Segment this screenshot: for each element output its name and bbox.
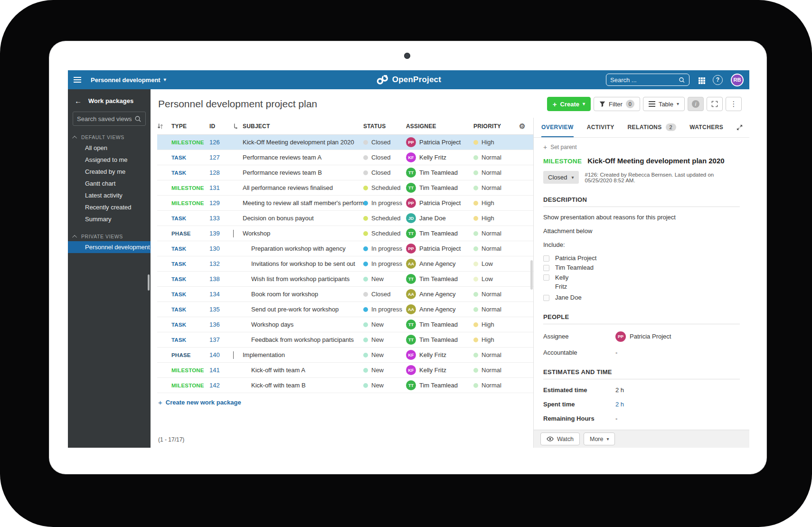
row-id[interactable]: 137 — [209, 336, 233, 343]
help-icon[interactable]: ? — [713, 75, 723, 85]
row-assignee[interactable]: PPPatricia Project — [406, 244, 473, 254]
fullscreen-button[interactable] — [707, 97, 723, 111]
watch-button[interactable]: Watch — [540, 433, 580, 445]
column-header-assignee[interactable]: ASSIGNEE — [406, 123, 473, 130]
row-type[interactable]: TASK — [171, 261, 209, 267]
row-id[interactable]: 136 — [209, 321, 233, 328]
table-row[interactable]: TASK127Performance reviews team AClosedK… — [157, 150, 533, 165]
row-type[interactable]: MILESTONE — [171, 200, 209, 206]
row-status[interactable]: New — [363, 367, 406, 374]
row-priority[interactable]: Normal — [473, 245, 519, 252]
sidebar-item[interactable]: Gantt chart — [68, 178, 151, 189]
row-assignee[interactable]: TTTim Teamlead — [406, 183, 473, 193]
row-priority[interactable]: High — [473, 336, 519, 343]
row-assignee[interactable]: TTTim Teamlead — [406, 274, 473, 284]
project-switcher[interactable]: Personnel development ▾ — [91, 76, 166, 84]
search-icon[interactable] — [134, 115, 142, 122]
sidebar-item[interactable]: All open — [68, 142, 151, 154]
global-search[interactable] — [606, 74, 689, 86]
app-grid-icon[interactable] — [699, 77, 700, 79]
table-row[interactable]: MILESTONE142Kick-off with team BNewTTTim… — [157, 378, 533, 393]
expand-diagonal-icon[interactable] — [736, 124, 743, 131]
row-subject[interactable]: Workshop — [243, 230, 363, 237]
row-priority[interactable]: High — [473, 321, 519, 328]
checkbox[interactable] — [543, 274, 549, 281]
row-status[interactable]: Scheduled — [363, 230, 406, 237]
saved-views-search-input[interactable] — [77, 115, 134, 122]
table-settings-gear-icon[interactable]: ⚙ — [519, 122, 533, 131]
table-row[interactable]: TASK134Book room for workshopClosedAAAnn… — [157, 287, 533, 302]
sidebar-item[interactable]: Summary — [68, 213, 151, 225]
row-id[interactable]: 130 — [209, 245, 233, 252]
table-row[interactable]: TASK137Feedback from workshop participan… — [157, 332, 533, 348]
row-assignee[interactable]: JDJane Doe — [406, 213, 473, 223]
sidebar-item[interactable]: Assigned to me — [68, 154, 151, 166]
table-row[interactable]: TASK130Preparation workshop with agencyI… — [157, 241, 533, 256]
row-priority[interactable]: Normal — [473, 184, 519, 191]
row-priority[interactable]: High — [473, 199, 519, 207]
more-button[interactable]: More ▾ — [584, 433, 615, 445]
row-subject[interactable]: Wish list from workshop participants — [243, 275, 363, 282]
row-type[interactable]: TASK — [171, 337, 209, 343]
table-row[interactable]: MILESTONE129Meeting to review all staff … — [157, 196, 533, 211]
column-header-id[interactable]: ID — [209, 123, 233, 130]
checkbox[interactable] — [543, 255, 549, 262]
row-id[interactable]: 129 — [209, 199, 233, 207]
row-subject[interactable]: Kick-off with team B — [243, 382, 363, 389]
row-type[interactable]: TASK — [171, 322, 209, 328]
sort-control[interactable] — [157, 123, 171, 130]
row-id[interactable]: 131 — [209, 184, 233, 191]
row-assignee[interactable]: AAAnne Agency — [406, 304, 473, 314]
table-row[interactable]: MILESTONE126Kick-Off Meeting development… — [157, 135, 533, 150]
create-button[interactable]: +Create▾ — [547, 97, 591, 111]
chevron-down-icon[interactable] — [233, 230, 234, 237]
sidebar-scrollbar[interactable] — [148, 274, 150, 291]
field-value[interactable]: 2 h — [615, 401, 624, 408]
row-type[interactable]: PHASE — [171, 231, 209, 236]
view-mode-button[interactable]: Table ▾ — [643, 97, 685, 111]
row-id[interactable]: 133 — [209, 215, 233, 222]
chevron-down-icon[interactable] — [233, 351, 234, 359]
table-scrollbar[interactable] — [530, 260, 533, 290]
checkbox[interactable] — [543, 265, 549, 271]
tab-activity[interactable]: ACTIVITY — [587, 118, 614, 137]
row-id[interactable]: 127 — [209, 154, 233, 161]
row-id[interactable]: 140 — [209, 351, 233, 358]
row-subject[interactable]: Decision on bonus payout — [243, 215, 363, 222]
row-priority[interactable]: High — [473, 215, 519, 222]
row-priority[interactable]: Normal — [473, 169, 519, 176]
create-work-package-link[interactable]: + Create new work package — [158, 398, 533, 406]
saved-views-search[interactable] — [73, 112, 146, 126]
checkbox[interactable] — [543, 295, 549, 301]
table-row[interactable]: TASK136Workshop daysNewTTTim TeamleadHig… — [157, 317, 533, 332]
row-status[interactable]: Closed — [363, 154, 406, 161]
row-id[interactable]: 141 — [209, 367, 233, 374]
row-subject[interactable]: Meeting to review all staff member's per… — [243, 199, 363, 207]
row-priority[interactable]: Normal — [473, 291, 519, 298]
row-subject[interactable]: Book room for workshop — [243, 291, 363, 298]
row-priority[interactable]: Normal — [473, 306, 519, 313]
table-row[interactable]: TASK132Invitations for workshop to be se… — [157, 256, 533, 272]
row-subject[interactable]: Kick-off with team A — [243, 367, 363, 374]
row-priority[interactable]: Normal — [473, 382, 519, 389]
row-id[interactable]: 134 — [209, 291, 233, 298]
row-assignee[interactable]: KFKelly Fritz — [406, 365, 473, 375]
column-header-type[interactable]: TYPE — [171, 123, 209, 130]
search-icon[interactable] — [679, 76, 685, 84]
row-priority[interactable]: Low — [473, 275, 519, 282]
status-dropdown[interactable]: Closed ▾ — [543, 171, 579, 184]
more-options-button[interactable]: ⋮ — [726, 97, 742, 111]
row-type[interactable]: TASK — [171, 155, 209, 160]
table-row[interactable]: TASK128Performance reviews team BClosedT… — [157, 165, 533, 180]
table-row[interactable]: TASK133Decision on bonus payoutScheduled… — [157, 211, 533, 226]
row-priority[interactable]: Normal — [473, 351, 519, 358]
row-id[interactable]: 142 — [209, 382, 233, 389]
info-button[interactable]: i — [688, 97, 704, 111]
tab-overview[interactable]: OVERVIEW — [541, 118, 574, 137]
row-type[interactable]: TASK — [171, 216, 209, 221]
table-row[interactable]: PHASE139WorkshopScheduledTTTim TeamleadN… — [157, 226, 533, 241]
row-assignee[interactable]: KFKelly Fritz — [406, 350, 473, 360]
row-status[interactable]: Closed — [363, 169, 406, 176]
table-row[interactable]: MILESTONE131All performance reviews fina… — [157, 180, 533, 196]
row-status[interactable]: New — [363, 336, 406, 343]
